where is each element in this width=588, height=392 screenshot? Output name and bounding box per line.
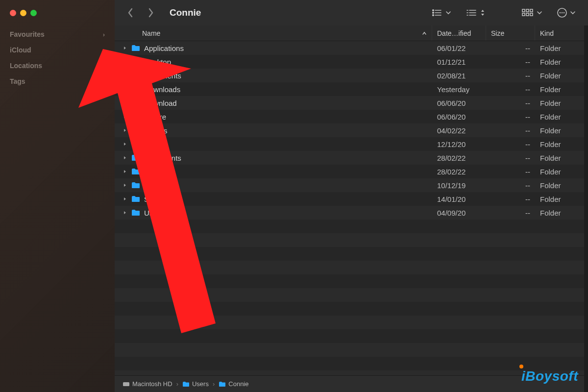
svg-rect-12 xyxy=(522,9,525,12)
folder-icon xyxy=(131,58,140,65)
chevron-down-icon xyxy=(537,11,542,15)
disclosure-triangle-icon[interactable] xyxy=(122,169,127,174)
forward-button[interactable] xyxy=(144,6,158,20)
column-label: Name xyxy=(142,29,160,37)
column-label: Date…ified xyxy=(437,29,471,37)
icon-size-button[interactable] xyxy=(517,5,546,20)
svg-rect-13 xyxy=(526,9,529,12)
file-row[interactable]: Desktop01/12/21--Folder xyxy=(115,55,584,69)
file-date: 04/09/20 xyxy=(432,209,486,217)
icon-size-icon xyxy=(521,8,534,17)
sidebar-section-locations[interactable]: Locations xyxy=(0,57,115,73)
sidebar: Favourites›iCloudLocationsTags xyxy=(0,0,115,392)
more-actions-button[interactable] xyxy=(553,5,579,20)
file-size: -- xyxy=(486,99,535,107)
disclosure-triangle-icon[interactable] xyxy=(122,155,127,160)
group-by-icon xyxy=(431,8,443,17)
right-gutter xyxy=(584,25,588,392)
file-row[interactable]: DownloadsYesterday--Folder xyxy=(115,82,584,96)
column-header-row: Name Date…ified Size Kind xyxy=(115,25,584,41)
column-label: Kind xyxy=(540,29,554,37)
file-row[interactable]: Movies04/02/22--Folder xyxy=(115,123,584,137)
disk-icon xyxy=(122,381,130,387)
file-row[interactable]: Public10/12/19--Folder xyxy=(115,178,584,192)
folder-icon xyxy=(131,99,140,106)
file-row[interactable]: Pictures28/02/22--Folder xyxy=(115,165,584,178)
disclosure-triangle-icon[interactable] xyxy=(122,210,127,215)
file-row[interactable]: Documents02/08/21--Folder xyxy=(115,69,584,82)
disclosure-triangle-icon[interactable] xyxy=(122,73,127,78)
file-row[interactable]: Applications06/01/22--Folder xyxy=(115,41,584,55)
file-size: -- xyxy=(486,195,535,203)
column-header-kind[interactable]: Kind xyxy=(535,25,584,41)
file-row[interactable]: usic12/12/20--Folder xyxy=(115,137,584,151)
sidebar-section-label: iCloud xyxy=(10,46,31,54)
chevron-right-icon: › xyxy=(103,31,105,38)
file-date: 06/01/22 xyxy=(432,44,486,52)
close-button[interactable] xyxy=(10,10,16,16)
empty-row xyxy=(115,233,584,247)
svg-rect-15 xyxy=(522,13,525,16)
toolbar: Connie xyxy=(115,0,588,25)
path-crumb[interactable]: Macintosh HD xyxy=(122,380,172,388)
disclosure-triangle-icon[interactable] xyxy=(122,196,127,201)
file-size: -- xyxy=(486,168,535,176)
group-by-button[interactable] xyxy=(427,5,455,20)
path-crumb[interactable]: Users xyxy=(182,380,209,388)
file-date: Yesterday xyxy=(432,85,486,94)
disclosure-triangle-icon[interactable] xyxy=(122,100,127,105)
sidebar-section-tags[interactable]: Tags xyxy=(0,73,115,88)
file-row[interactable]: Sites14/01/20--Folder xyxy=(115,192,584,206)
disclosure-triangle-icon[interactable] xyxy=(122,142,127,147)
file-kind: Folder xyxy=(535,195,584,203)
file-name: Desktop xyxy=(144,58,171,66)
path-label: Macintosh HD xyxy=(132,380,172,388)
file-row[interactable]: Users04/09/20--Folder xyxy=(115,206,584,220)
file-name: Download xyxy=(144,99,177,107)
svg-rect-17 xyxy=(530,13,533,16)
sidebar-section-icloud[interactable]: iCloud xyxy=(0,41,115,57)
path-separator: › xyxy=(213,380,215,388)
file-name: Applications xyxy=(144,44,184,52)
disclosure-triangle-icon[interactable] xyxy=(122,114,127,119)
sidebar-section-favourites[interactable]: Favourites› xyxy=(0,25,115,41)
column-header-name[interactable]: Name xyxy=(115,25,432,41)
disclosure-triangle-icon[interactable] xyxy=(122,183,127,188)
back-button[interactable] xyxy=(123,6,137,20)
finder-window: Favourites›iCloudLocationsTags Connie xyxy=(0,0,588,392)
file-row[interactable]: mware06/06/20--Folder xyxy=(115,110,584,123)
chevron-down-icon xyxy=(446,11,451,15)
disclosure-triangle-icon[interactable] xyxy=(122,59,127,64)
disclosure-triangle-icon[interactable] xyxy=(122,128,127,133)
fullscreen-button[interactable] xyxy=(30,10,37,16)
view-options-button[interactable] xyxy=(462,5,489,20)
list-view-icon xyxy=(466,8,477,17)
file-date: 06/06/20 xyxy=(432,99,486,107)
svg-point-0 xyxy=(433,10,434,11)
disclosure-triangle-icon[interactable] xyxy=(122,46,127,50)
sidebar-section-label: Locations xyxy=(10,62,42,70)
column-header-date[interactable]: Date…ified xyxy=(432,25,486,41)
disclosure-triangle-icon[interactable] xyxy=(122,87,127,92)
chevron-right-icon xyxy=(147,8,154,18)
svg-point-2 xyxy=(433,12,434,14)
folder-icon xyxy=(131,127,140,134)
svg-rect-14 xyxy=(530,9,533,12)
path-crumb[interactable]: Connie xyxy=(219,380,248,388)
sort-arrows-icon xyxy=(480,9,485,16)
file-size: -- xyxy=(486,44,535,52)
file-size: -- xyxy=(486,113,535,121)
column-header-size[interactable]: Size xyxy=(486,25,535,41)
file-name: Documents xyxy=(144,72,181,80)
file-date: 14/01/20 xyxy=(432,195,486,203)
svg-point-4 xyxy=(433,15,434,16)
empty-row xyxy=(115,220,584,233)
file-row[interactable]: Download06/06/20--Folder xyxy=(115,96,584,110)
svg-rect-16 xyxy=(526,13,529,16)
minimize-button[interactable] xyxy=(20,10,26,16)
empty-row xyxy=(115,261,584,274)
file-size: -- xyxy=(486,154,535,162)
empty-row xyxy=(115,329,584,343)
file-row[interactable]: Documents28/02/22--Folder xyxy=(115,151,584,165)
path-label: Connie xyxy=(228,380,248,388)
